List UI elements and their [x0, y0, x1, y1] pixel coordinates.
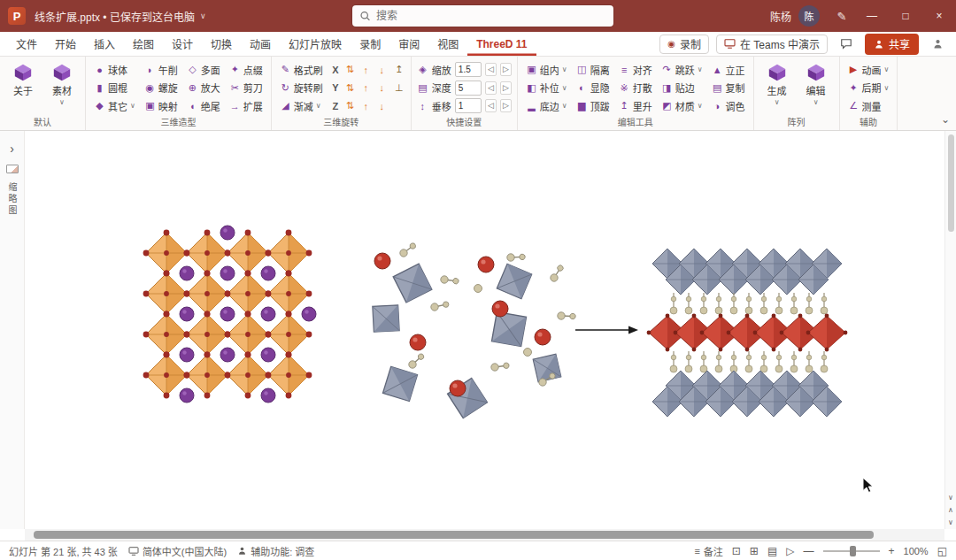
present-in-teams-button[interactable]: 在 Teams 中演示 [716, 35, 828, 54]
vertical-shift-input[interactable] [455, 98, 482, 113]
tab-threed[interactable]: ThreeD 11 [467, 32, 536, 56]
rotate-y-up-button[interactable]: ↑ [360, 82, 372, 93]
scatter-button[interactable]: ※打散 [616, 80, 655, 96]
enlarge-button[interactable]: ⊕放大 [184, 80, 223, 96]
slide-canvas[interactable] [25, 131, 944, 529]
search-input[interactable] [376, 10, 606, 22]
rotate-x-flip-button[interactable]: ⇅ [344, 64, 356, 75]
edit-array-button[interactable]: 编辑 ∨ [798, 60, 835, 115]
bottom-edge-button[interactable]: ▂底边∨ [523, 97, 570, 114]
horizontal-scrollbar-thumb[interactable] [34, 531, 874, 539]
depth-input[interactable] [455, 81, 482, 96]
thumbnails-label[interactable]: 缩略图 [5, 182, 19, 217]
document-title[interactable]: 线条扩展.pptx • 已保存到这台电脑 ∨ [35, 9, 205, 24]
depth-increment-button[interactable]: ▷ [500, 81, 512, 95]
rotate-x-up-button[interactable]: ↑ [360, 65, 372, 75]
material-button[interactable]: 素材 ∨ [43, 60, 81, 115]
vertical-scrollbar[interactable]: ∨ ∧ ∨ [944, 131, 956, 529]
stand-upright-button[interactable]: ▲立正 [709, 61, 748, 78]
pen-icon[interactable]: ✎ [829, 0, 855, 32]
horizontal-scrollbar[interactable] [25, 529, 944, 541]
tail-button[interactable]: ◖绝尾 [184, 97, 223, 114]
rotate-z-flip-button[interactable]: ⇅ [344, 100, 356, 111]
minimize-button[interactable]: — [855, 0, 889, 32]
cut-button[interactable]: ◗午削 [142, 61, 181, 78]
collapse-ribbon-button[interactable]: ⌄ [935, 57, 956, 130]
user-avatar[interactable]: 陈 [798, 5, 820, 27]
expand-thumbnails-button[interactable]: › [10, 142, 14, 156]
format-brush-button[interactable]: ✎格式刷 [277, 61, 326, 78]
previous-slide-button[interactable]: ∧ [948, 506, 953, 514]
align-button[interactable]: ≡对齐 [616, 61, 655, 78]
share-button[interactable]: 共享 [865, 34, 919, 55]
mapping-button[interactable]: ▣映射 [142, 97, 181, 114]
maximize-button[interactable]: □ [889, 0, 922, 32]
tab-transitions[interactable]: 切换 [202, 32, 241, 56]
round-rod-button[interactable]: ▮圆棍 [91, 80, 138, 96]
show-hide-button[interactable]: ◐显隐 [574, 80, 613, 96]
scroll-down-icon[interactable]: ∨ [948, 494, 953, 502]
next-slide-button[interactable]: ∨ [948, 518, 953, 526]
post-production-button[interactable]: ✦后期∨ [845, 80, 892, 96]
reading-view-button[interactable]: ▤ [767, 545, 777, 557]
tab-draw[interactable]: 绘图 [124, 32, 163, 56]
group-inner-button[interactable]: ▣组内∨ [523, 61, 570, 78]
scale-increment-button[interactable]: ▷ [500, 63, 512, 76]
polyhedron-button[interactable]: ◇多面 [184, 61, 223, 78]
tab-view[interactable]: 视图 [428, 32, 467, 56]
depth-decrement-button[interactable]: ◁ [485, 81, 497, 95]
axis-extra-up-button[interactable]: ↥ [393, 61, 405, 78]
decorate-button[interactable]: ✦点缀 [227, 61, 266, 78]
person-bust-icon[interactable] [926, 35, 949, 54]
record-button[interactable]: ◉ 录制 [659, 35, 709, 54]
sphere-button[interactable]: ●球体 [91, 61, 138, 78]
raise-button[interactable]: ↥里升 [616, 97, 655, 114]
slideshow-view-button[interactable]: ▷ [786, 545, 794, 557]
zoom-out-button[interactable]: — [804, 545, 814, 557]
powerpoint-app-icon[interactable]: P [8, 7, 26, 25]
tab-file[interactable]: 文件 [7, 32, 46, 56]
tab-home[interactable]: 开始 [46, 32, 85, 56]
zoom-level[interactable]: 100% [904, 546, 929, 556]
rotate-x-down-button[interactable]: ↓ [376, 65, 388, 75]
jump-button[interactable]: ↷跳跃∨ [659, 61, 705, 78]
extend-button[interactable]: →扩展 [227, 97, 266, 114]
tab-slideshow[interactable]: 幻灯片放映 [280, 32, 351, 56]
tab-review[interactable]: 审阅 [389, 32, 428, 56]
vertical-scrollbar-thumb[interactable] [948, 134, 954, 232]
close-button[interactable]: × [922, 0, 956, 32]
tab-animations[interactable]: 动画 [241, 32, 280, 56]
fit-to-window-icon[interactable]: ◱ [937, 545, 947, 557]
notes-button[interactable]: ≡ 备注 [694, 544, 722, 558]
generate-array-button[interactable]: 生成 ∨ [759, 60, 796, 115]
fill-position-button[interactable]: ◧补位∨ [523, 80, 570, 96]
rotate-y-flip-button[interactable]: ⇅ [344, 82, 356, 94]
axis-extra-down-button[interactable]: ⊥ [393, 80, 405, 96]
zoom-slider[interactable] [823, 550, 880, 552]
top-button[interactable]: ▆顶跋 [574, 97, 613, 114]
rotate-y-down-button[interactable]: ↓ [376, 82, 388, 93]
snap-edge-button[interactable]: ◨贴边 [659, 80, 705, 96]
vertical-shift-increment-button[interactable]: ▷ [500, 99, 512, 112]
tab-record[interactable]: 录制 [351, 32, 389, 56]
rotate-brush-button[interactable]: ↻旋转刷 [277, 80, 326, 96]
vertical-shift-decrement-button[interactable]: ◁ [485, 99, 497, 112]
recolor-button[interactable]: ◑调色 [709, 97, 748, 114]
scale-input[interactable] [455, 62, 482, 77]
scale-decrement-button[interactable]: ◁ [485, 63, 497, 76]
animation-button[interactable]: ▶动画∨ [845, 61, 892, 78]
more-shapes-button[interactable]: ◆其它∨ [91, 97, 138, 114]
material-menu-button[interactable]: ◩材质∨ [659, 97, 705, 114]
copy-button[interactable]: ▤复制 [709, 80, 748, 96]
language-indicator[interactable]: 简体中文(中国大陆) [128, 544, 227, 558]
zoom-in-button[interactable]: + [889, 545, 895, 557]
rotate-z-down-button[interactable]: ↓ [376, 101, 388, 111]
accessibility-indicator[interactable]: 辅助功能: 调查 [237, 544, 314, 558]
search-box[interactable] [352, 5, 613, 27]
rotate-z-up-button[interactable]: ↑ [360, 101, 372, 111]
normal-view-button[interactable]: ⊡ [732, 545, 741, 557]
decrease-button[interactable]: ◢渐减∨ [277, 97, 326, 114]
scissors-button[interactable]: ✂剪刀 [227, 80, 266, 96]
comments-button[interactable] [835, 35, 858, 54]
tab-insert[interactable]: 插入 [85, 32, 124, 56]
